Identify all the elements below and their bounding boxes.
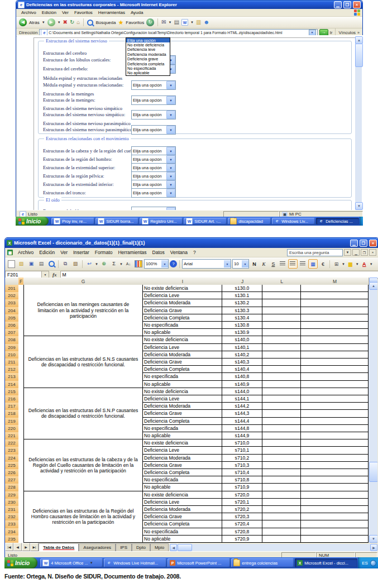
cell-l-217[interactable] — [262, 403, 301, 410]
excel-vertical-scrollbar[interactable]: ▲ ▼ — [369, 278, 377, 543]
cell-j-206[interactable]: s130.8 — [222, 322, 262, 329]
cell-i-215[interactable]: No existe deficiencia — [143, 388, 222, 395]
cell-f[interactable] — [18, 476, 23, 484]
row-header-218[interactable]: 218 — [5, 410, 19, 418]
cell-m-229[interactable] — [301, 491, 369, 499]
sheet-tab-tabla-de-datos[interactable]: Tabla de Datos — [39, 543, 79, 551]
row-header-215[interactable]: 215 — [5, 388, 19, 396]
cell-j-213[interactable]: s140,8 — [222, 373, 262, 380]
cell-l-214[interactable] — [262, 381, 301, 388]
print-icon[interactable]: ▤ — [37, 260, 46, 269]
taskbar-item[interactable]: discapacidad — [228, 218, 271, 224]
mail-dropdown-icon[interactable]: ▼ — [169, 21, 172, 24]
cell-i-225[interactable]: Deficiencia Grave — [143, 462, 222, 469]
back-icon[interactable]: ◀ — [19, 18, 27, 26]
row-header-209[interactable]: 209 — [5, 344, 19, 352]
cell-m-213[interactable] — [301, 373, 369, 380]
favorites-label[interactable]: Favoritos — [126, 20, 144, 25]
row-header-217[interactable]: 217 — [5, 403, 19, 410]
cell-m-223[interactable] — [301, 447, 369, 454]
row-header-206[interactable]: 206 — [5, 322, 19, 329]
cell-f[interactable] — [18, 366, 23, 373]
fill-color-icon[interactable]: ▆ — [346, 260, 355, 268]
row-header-227[interactable]: 227 — [5, 476, 19, 484]
group-expand-icon[interactable]: ▼ — [90, 561, 93, 565]
excel-menu-item[interactable]: Herramientas — [115, 250, 149, 255]
cell-j-210[interactable]: s140,2 — [222, 351, 262, 358]
cell-f[interactable] — [18, 395, 23, 403]
cell-f[interactable] — [18, 336, 23, 343]
cell-l-233[interactable] — [262, 520, 301, 528]
cell-i-219[interactable]: Deficiencia Completa — [143, 418, 222, 425]
messenger-icon[interactable]: ☻ — [203, 20, 209, 25]
cell-f[interactable] — [18, 491, 23, 499]
taskbar-item[interactable]: PMicrosoft PowerPoint ... — [168, 558, 230, 567]
cell-j-235[interactable]: s720,9 — [222, 536, 262, 543]
cell-i-206[interactable]: No especificada — [143, 322, 222, 329]
cell-i-208[interactable]: No existe deficiencia — [143, 336, 222, 343]
cell-i-210[interactable]: Deficiencia Moderada — [143, 351, 222, 358]
cell-m-210[interactable] — [301, 351, 369, 358]
restore-button[interactable]: ❐ — [343, 1, 351, 8]
row-header-207[interactable]: 207 — [5, 329, 19, 337]
cell-f[interactable] — [18, 439, 23, 447]
excel-menu-item[interactable]: Ver — [58, 250, 70, 255]
taskbar-item[interactable]: W4 Microsoft Office ...▼ — [40, 558, 103, 567]
cell-i-231[interactable]: Deficiencia Moderada — [143, 506, 222, 513]
dropdown-option[interactable]: Deficiencia moderada — [126, 52, 170, 56]
select-arrow-icon[interactable]: ▼ — [166, 96, 175, 104]
select-arrow-icon[interactable]: ▼ — [166, 126, 175, 134]
hscroll-thumb[interactable] — [178, 544, 192, 551]
tab-first-icon[interactable]: |◀ — [5, 543, 13, 551]
cell-m-204[interactable] — [301, 307, 369, 314]
ie-menu-item[interactable]: Archivo — [18, 10, 39, 15]
cell-f[interactable] — [18, 484, 23, 491]
dropdown-option[interactable]: Elija una opción — [126, 38, 170, 42]
print-icon[interactable]: ▤ — [174, 20, 179, 25]
dropdown-option[interactable]: Deficiencia grave — [126, 57, 170, 61]
cell-l-224[interactable] — [262, 455, 301, 462]
cell-i-212[interactable]: Deficiencia Completa — [143, 366, 222, 373]
discuss-icon[interactable]: ▥ — [196, 20, 201, 25]
cell-l-220[interactable] — [262, 425, 301, 432]
cell-j-211[interactable]: s140,3 — [222, 358, 262, 366]
merged-cell-g[interactable]: Deficiencias en las estructuras de la ca… — [23, 439, 143, 491]
align-center-button[interactable] — [288, 259, 298, 269]
select-arrow-icon[interactable]: ▼ — [166, 164, 175, 172]
merged-cell-g[interactable]: Deficiencias en las meninges causantes d… — [23, 285, 143, 336]
row-header-224[interactable]: 224 — [5, 455, 19, 462]
close-button[interactable]: × — [353, 1, 361, 8]
cell-i-229[interactable]: No existe deficiencia — [143, 491, 222, 499]
cell-m-207[interactable] — [301, 329, 369, 336]
cell-i-214[interactable]: No aplicable — [143, 381, 222, 388]
taskbar-item[interactable]: eWindows Liv... — [272, 218, 315, 224]
underline-button[interactable]: S — [269, 260, 277, 268]
copy-icon[interactable]: ⧉ — [61, 260, 70, 269]
cell-m-227[interactable] — [301, 476, 369, 484]
scroll-down-icon[interactable]: ▼ — [355, 202, 363, 210]
row-header-202[interactable]: 202 — [5, 292, 19, 300]
edit-with-word-icon[interactable]: W — [181, 19, 188, 26]
row-header-204[interactable]: 204 — [5, 307, 19, 315]
cell-i-223[interactable]: Deficiencia Leve — [143, 447, 222, 454]
cell-m-214[interactable] — [301, 381, 369, 388]
excel-menu-item[interactable]: Formato — [92, 250, 116, 255]
back-dropdown-icon[interactable]: ▼ — [42, 21, 45, 24]
align-left-button[interactable] — [279, 260, 287, 268]
bold-button[interactable]: N — [250, 260, 259, 268]
cell-f[interactable] — [18, 425, 23, 432]
zoom-combo[interactable]: 100%▼ — [144, 259, 169, 269]
cell-l-212[interactable] — [262, 366, 301, 373]
cell-f[interactable] — [18, 373, 23, 380]
refresh-icon[interactable]: ↻ — [70, 20, 74, 25]
column-header-J[interactable]: J — [222, 278, 263, 285]
cell-j-232[interactable]: s720,3 — [222, 513, 262, 520]
cell-i-207[interactable]: No aplicable — [143, 329, 222, 336]
cell-f[interactable] — [18, 329, 23, 336]
dropdown-option[interactable]: No aplicable — [126, 71, 170, 75]
form-select[interactable]: Elija una opción▼ — [131, 125, 176, 135]
cell-l-206[interactable] — [262, 322, 301, 329]
cell-l-231[interactable] — [262, 506, 301, 513]
cell-f[interactable] — [18, 358, 23, 366]
cell-l-216[interactable] — [262, 395, 301, 403]
